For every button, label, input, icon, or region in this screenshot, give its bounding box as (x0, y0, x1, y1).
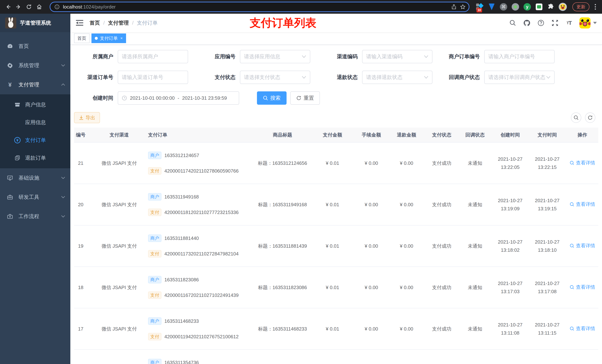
cell-title: 标题：1635311468233 (255, 308, 310, 350)
breadcrumb-current: 支付订单 (137, 20, 158, 26)
filter-field[interactable]: 请输入渠道编码 (362, 50, 432, 63)
filter-item: 退款状态 请选择退款状态 (318, 71, 432, 84)
github-icon[interactable] (523, 19, 531, 27)
sidebar-collapse-icon[interactable] (75, 19, 84, 27)
col-title: 商品标题 (255, 128, 310, 142)
cell-notify-status: 未通知 (458, 142, 492, 184)
filter-field[interactable]: 请选择订单回调商户状态 (484, 71, 555, 84)
chevron-down-icon (302, 55, 306, 58)
sidebar-item-workflow[interactable]: 工作流程 (0, 207, 70, 226)
sidebar-item-pay[interactable]: ¥ 支付管理 (0, 75, 70, 94)
sidebar-menu: 首页 系统管理 ¥ 支付管理 (0, 32, 70, 226)
user-menu[interactable] (580, 17, 597, 29)
tag-close-icon[interactable]: × (120, 36, 123, 40)
chevron-down-icon (61, 177, 65, 179)
app-logo-row[interactable]: 芋道管理系统 (0, 14, 70, 32)
cell-channel: 微信 JSAPI 支付 (96, 184, 142, 225)
reload-icon[interactable] (24, 2, 33, 11)
sidebar-item-infra[interactable]: 基础设施 (0, 168, 70, 187)
cell-notify-status (458, 350, 492, 364)
font-size-icon[interactable]: TT (565, 19, 573, 27)
fullscreen-icon[interactable] (551, 19, 559, 27)
toolbox-icon (7, 194, 13, 200)
search-button[interactable]: 搜索 (257, 91, 287, 105)
chevron-down-icon (424, 55, 428, 58)
sidebar-item-system[interactable]: 系统管理 (0, 56, 70, 75)
sidebar-item-label: 支付管理 (19, 81, 39, 88)
filter-item-create-time: 创建时间 2021-10-01 00:00:00 - 2021-10-31 23… (74, 91, 239, 105)
cell-pay-status: 支付成功 (425, 184, 458, 225)
extension-y-icon[interactable]: y (523, 3, 531, 11)
view-detail-link[interactable]: 查看详情 (570, 160, 595, 166)
filter-field[interactable]: 请选择退款状态 (362, 71, 432, 84)
sidebar-item-refund-order[interactable]: 退款订单 (0, 149, 70, 167)
browser-update-button[interactable]: 更新 (572, 2, 589, 11)
pay-order-no: 4200001194202110276752100612 (164, 334, 239, 340)
cell-actions: 查看详情 (566, 142, 598, 184)
bookmark-star-icon[interactable] (458, 2, 467, 11)
sidebar-item-pay-order[interactable]: ¥ 支付订单 (0, 131, 70, 149)
help-icon[interactable] (537, 19, 545, 27)
cell-pay-time: 2021-10-2713:11:15 (529, 308, 566, 350)
tag-home[interactable]: 首页 (74, 33, 90, 43)
col-amount: 支付金额 (310, 128, 355, 142)
merchant-order-no: 1635312124657 (164, 153, 199, 158)
extension-workona-icon[interactable]: 10 (476, 3, 484, 11)
sidebar-item-label: 支付订单 (25, 137, 46, 144)
chevron-down-icon (424, 76, 428, 79)
profile-avatar-icon[interactable] (559, 3, 567, 11)
app-title: 芋道管理系统 (20, 20, 51, 26)
share-icon[interactable] (450, 2, 458, 11)
export-button[interactable]: 导出 (74, 112, 100, 123)
filter-field[interactable]: 请选择支付状态 (240, 71, 310, 84)
table-search-toggle-icon[interactable] (571, 113, 581, 123)
top-navbar: 首页 / 支付管理 / 支付订单 支付订单列表 (70, 14, 602, 32)
tag-pay-order[interactable]: 支付订单 × (91, 33, 126, 43)
table-refresh-icon[interactable] (585, 113, 595, 123)
extension-recorder-icon[interactable] (511, 3, 519, 11)
filter-placeholder: 请选择所属商户 (122, 53, 184, 60)
cell-create-time (492, 350, 529, 364)
filter-placeholder: 请选择订单回调商户状态 (488, 74, 546, 81)
filter-field[interactable]: 请选择所属商户 (118, 50, 188, 63)
view-detail-link[interactable]: 查看详情 (570, 284, 595, 290)
sidebar-item-app-info[interactable]: 应用信息 (0, 114, 70, 131)
home-icon[interactable] (35, 2, 44, 11)
view-detail-link[interactable]: 查看详情 (570, 325, 595, 332)
sidebar-item-home[interactable]: 首页 (0, 37, 70, 56)
date-range-input[interactable]: 2021-10-01 00:00:00 - 2021-10-31 23:59:5… (118, 91, 239, 105)
search-icon[interactable] (509, 19, 516, 27)
store-icon (14, 102, 21, 108)
filter-field[interactable]: 请输入商户订单编号 (484, 50, 555, 63)
reset-button[interactable]: 重置 (290, 91, 320, 105)
sidebar-item-merchant-info[interactable]: 商户信息 (0, 96, 70, 114)
extensions-puzzle-icon[interactable] (547, 3, 555, 11)
sidebar-item-label: 应用信息 (25, 119, 46, 126)
sidebar-item-label: 工作流程 (19, 213, 39, 220)
breadcrumb-pay[interactable]: 支付管理 (108, 20, 129, 26)
view-detail-link[interactable]: 查看详情 (570, 201, 595, 208)
cell-create-time: 2021-10-2713:18:02 (492, 225, 529, 267)
cell-create-time: 2021-10-2713:17:03 (492, 267, 529, 308)
site-info-icon[interactable] (53, 3, 61, 10)
extension-sketch-icon[interactable] (488, 3, 496, 11)
extension-command-icon[interactable]: ⌘ (499, 3, 508, 11)
cell-refund: ¥ 0.00 (388, 184, 425, 225)
filter-field[interactable]: 请输入渠道订单号 (118, 71, 188, 84)
back-icon[interactable] (4, 2, 13, 11)
filter-field[interactable]: 请选择应用信息 (240, 50, 310, 63)
cell-refund: ¥ 0.00 (388, 308, 425, 350)
cell-amount: ¥ 0.01 (310, 225, 355, 267)
sidebar-item-devtools[interactable]: 研发工具 (0, 187, 70, 207)
browser-menu-icon[interactable] (592, 4, 598, 10)
address-bar[interactable]: localhost:1024/pay/order (50, 2, 469, 12)
chevron-down-icon (61, 196, 65, 198)
extension-chat-icon[interactable] (535, 3, 543, 11)
breadcrumb-home[interactable]: 首页 (90, 20, 100, 26)
forward-icon[interactable] (14, 2, 23, 11)
extension-badge: 10 (476, 8, 482, 12)
date-end: 2021-10-31 23:59:59 (182, 95, 227, 101)
merchant-order-no: 1635311823086 (164, 277, 199, 283)
view-detail-link[interactable]: 查看详情 (570, 242, 595, 249)
cell-amount: ¥ 0.01 (310, 267, 355, 308)
